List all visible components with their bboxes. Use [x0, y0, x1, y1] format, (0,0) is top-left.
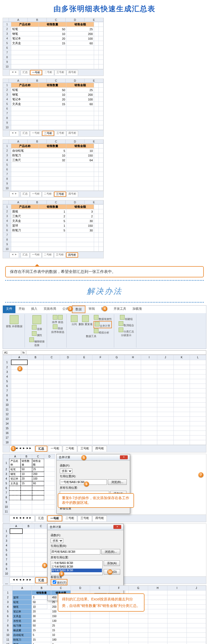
sheet-tab[interactable]: 四号柜	[67, 192, 78, 197]
marker-10: 10	[107, 569, 113, 575]
tab-sheet1[interactable]: 一号柜	[48, 446, 62, 452]
sheet-tab[interactable]: 汇总	[21, 252, 30, 258]
sheet-tab[interactable]: 汇总	[21, 131, 30, 136]
sheet-tab[interactable]: 一号柜	[30, 70, 42, 75]
marker-7: 7	[198, 472, 204, 478]
close-icon[interactable]: ×	[120, 455, 128, 459]
fn-label: 函数(F):	[60, 464, 127, 468]
browse-button[interactable]: 浏览(B)...	[108, 479, 127, 485]
tab-sheet1[interactable]: 一号柜	[47, 515, 62, 521]
ribbon-tab-file[interactable]: 文件	[3, 306, 15, 313]
grid-step1: A1fx ABCDEFGHIJKL12345678910111213141516…	[3, 350, 206, 452]
all-refs-list[interactable]: 二号柜!$A$1:$C$8 三号柜!$A$1:$C$8 四号柜!$A$1:$C$…	[51, 560, 103, 575]
quad-sheets: ABCDE1产品名称销售数量销售金额2铅笔50253钢笔102004笔记本201…	[0, 18, 209, 258]
result-tip: 得到的汇总结果。Excel按原表格的最左列分类，自动将"销售数量"和"销售金额"…	[58, 593, 144, 612]
ribbon-group-sort: 排序 筛选 高级 排序和筛选	[49, 314, 67, 348]
tab-sheet3[interactable]: 三号柜	[78, 446, 92, 452]
ref-label: 引用位置(R):	[60, 474, 127, 478]
ribbon-group-datatools: 分列 删除 重复项 数据有效性 合并计算 模拟分析 数据工具	[69, 314, 114, 348]
mini-sheet-1: ABCDE1产品名称销售数量销售金额2铅笔50253钢笔102004笔记本201…	[3, 18, 104, 76]
name-box[interactable]: A1	[3, 350, 21, 355]
add-button[interactable]: 添加(A)	[104, 560, 120, 566]
sheet-tab[interactable]: 四号柜	[66, 252, 78, 258]
sheet-tab[interactable]: 四号柜	[67, 70, 78, 75]
sheet-tab[interactable]: 二号柜	[42, 192, 54, 197]
tab-summary[interactable]: 汇总	[35, 446, 47, 452]
tip-repeat: 重复6-7步的操作，依次添加保存在各工作表中的数据区域。	[58, 493, 134, 508]
sheet-tab[interactable]: 汇总	[21, 192, 30, 197]
sheet-tab[interactable]: 三号柜	[55, 70, 66, 75]
ribbon-group-external: 获取 外部数据	[4, 314, 25, 348]
sheet-tab[interactable]: 四号柜	[67, 131, 78, 136]
tab-nav-icon[interactable]: ◄◄ ◄ ► ►►	[9, 577, 35, 583]
sheet-tab[interactable]: 三号柜	[54, 192, 66, 197]
sheet-tabs-step1: ◄◄ ◄ ► ►► 汇总 一号柜 二号柜 三号柜 四号柜	[3, 445, 206, 452]
mini-sheet-3: ABCDE1产品名称销售数量销售金额2自动铅笔5103削笔刀101504三角尺3…	[3, 139, 104, 198]
tab-sheet2[interactable]: 二号柜	[63, 515, 77, 521]
sheet-tab[interactable]: 二号柜	[42, 131, 54, 136]
sheet-tab[interactable]: 三号柜	[55, 131, 66, 136]
marker-1: 1	[11, 446, 16, 451]
dialog-title: 合并计算	[59, 455, 70, 459]
sheet-tab[interactable]: 二号柜	[43, 70, 54, 75]
fn-select[interactable]: 求和	[60, 469, 72, 473]
dialog-title: 合并计算	[50, 525, 61, 529]
ribbon-tab[interactable]: 审阅	[85, 306, 98, 313]
marker-5: 5	[81, 455, 86, 460]
close-icon[interactable]: ×	[113, 525, 121, 529]
ribbon-group-outline: 创建组 取消组合 分类汇总 分级显示	[116, 314, 136, 348]
ribbon-tab[interactable]: 页面布局	[40, 306, 59, 313]
marker-8: 8	[42, 563, 47, 568]
tab-summary[interactable]: 汇总	[35, 515, 47, 521]
sheet-tab[interactable]: 二号柜	[42, 252, 54, 258]
ribbon-tab[interactable]: 插入	[28, 306, 40, 313]
marker-9: 9	[59, 571, 64, 576]
sheet-tab[interactable]: 一号柜	[30, 192, 42, 197]
tab-sheet4[interactable]: 四号柜	[92, 515, 107, 521]
callout-problem: 保存在不同工作表中的数据，希望全部汇总到一张工作表中。	[5, 266, 204, 277]
mini-sheet-4: ABCDE1产品名称销售数量销售金额2圆规133三角尺224文具盒5305篮球1…	[3, 200, 104, 258]
consolidate-button[interactable]: 合并计算	[94, 321, 112, 328]
ribbon-tab[interactable]: 加载项	[129, 306, 145, 313]
all-label: 所有引用位置:	[60, 486, 127, 490]
ribbon-tab[interactable]: 开始	[15, 306, 28, 313]
fx-icon[interactable]: fx	[21, 350, 26, 355]
tab-sheet3[interactable]: 三号柜	[78, 515, 92, 521]
sheet-tab[interactable]: 汇总	[21, 70, 30, 75]
sheet-tab[interactable]: 一号柜	[30, 131, 42, 136]
sheet-tabs-marquee: ◄◄ ◄ ► ►► 汇总 一号柜 二号柜 三号柜 四号柜	[3, 515, 206, 522]
tab-summary[interactable]: 汇总	[35, 577, 47, 583]
marker-2: 2	[17, 366, 22, 371]
ribbon-tab[interactable]: 开发工具	[111, 306, 129, 313]
ribbon-group-connections: 连接 属性 编辑链接 连接	[27, 314, 47, 348]
result-grid-area: ABCDEFGHIJ1销售数量销售金额2篮球34503铅笔50254钢笔1020…	[3, 585, 206, 644]
mini-sheet-2: ABCDE1产品名称销售数量销售金额2铅笔50253钢笔102004笔记本201…	[3, 79, 104, 137]
formula-bar[interactable]	[26, 350, 206, 355]
ribbon-tab-data[interactable]: 数据	[72, 306, 85, 313]
cb-first-row[interactable]	[53, 580, 56, 584]
tab-nav-icon[interactable]: ◄◄ ◄ ► ►►	[9, 515, 35, 521]
marker-6: 6	[84, 481, 89, 487]
sheet-tab[interactable]: 一号柜	[30, 252, 42, 258]
fn-select[interactable]: 求和	[51, 538, 63, 543]
ribbon: 文件 开始 插入 页面布局 公式 数据 审阅 视图 开发工具 加载项 获取 外部…	[3, 305, 206, 349]
tab-sheet4[interactable]: 四号柜	[92, 446, 107, 452]
browse-button[interactable]: 浏览(B)...	[101, 549, 120, 554]
marker-3: 3	[68, 306, 73, 311]
ref-input[interactable]	[60, 479, 107, 485]
section-title-solution: 解决办法	[0, 283, 209, 299]
ref-input[interactable]	[51, 549, 100, 554]
tab-sheet2[interactable]: 二号柜	[63, 446, 77, 452]
sheet-tab[interactable]: 三号柜	[54, 252, 66, 258]
marker-4: 4	[102, 306, 107, 311]
page-title: 由多张明细表快速生成汇总表	[0, 0, 209, 18]
